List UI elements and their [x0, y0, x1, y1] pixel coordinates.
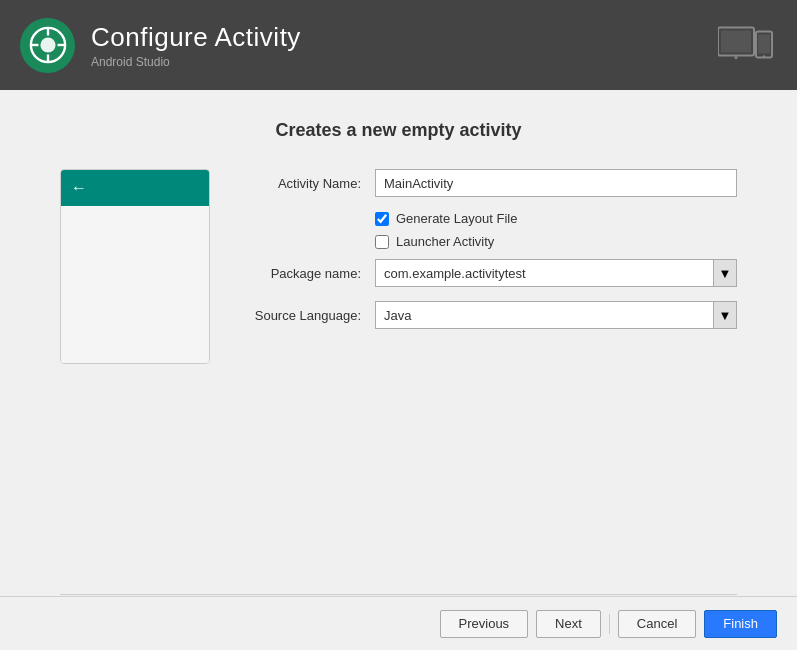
- svg-point-11: [763, 55, 765, 57]
- cancel-button[interactable]: Cancel: [618, 610, 696, 638]
- svg-point-8: [735, 56, 738, 59]
- svg-rect-7: [721, 31, 751, 53]
- package-name-row: Package name: com.example.activitytest ▼: [245, 259, 737, 287]
- generate-layout-row: Generate Layout File: [375, 211, 737, 226]
- device-icon: [718, 24, 773, 67]
- package-name-select-wrapper: com.example.activitytest ▼: [375, 259, 737, 287]
- source-language-select[interactable]: Java Kotlin: [375, 301, 737, 329]
- svg-point-1: [40, 37, 55, 52]
- launcher-activity-checkbox[interactable]: [375, 235, 389, 249]
- activity-name-input[interactable]: [375, 169, 737, 197]
- footer-divider: [609, 614, 610, 634]
- phone-nav-bar: ←: [61, 170, 209, 206]
- footer: Previous Next Cancel Finish: [0, 596, 797, 650]
- phone-preview: ←: [60, 169, 210, 364]
- next-button[interactable]: Next: [536, 610, 601, 638]
- package-name-select[interactable]: com.example.activitytest: [375, 259, 737, 287]
- page-title: Creates a new empty activity: [60, 120, 737, 141]
- finish-button[interactable]: Finish: [704, 610, 777, 638]
- app-logo: [20, 18, 75, 73]
- back-arrow-icon: ←: [71, 179, 87, 197]
- main-content: Creates a new empty activity ← Activity …: [0, 90, 797, 650]
- package-name-label: Package name:: [245, 266, 375, 281]
- header-text-block: Configure Activity Android Studio: [91, 22, 301, 69]
- app-subtitle: Android Studio: [91, 55, 301, 69]
- launcher-activity-row: Launcher Activity: [375, 234, 737, 249]
- form-panel: Activity Name: Generate Layout File Laun…: [245, 169, 737, 594]
- launcher-activity-label[interactable]: Launcher Activity: [396, 234, 494, 249]
- generate-layout-label[interactable]: Generate Layout File: [396, 211, 517, 226]
- preview-panel: ←: [60, 169, 215, 594]
- svg-rect-10: [758, 35, 770, 54]
- source-language-label: Source Language:: [245, 308, 375, 323]
- previous-button[interactable]: Previous: [440, 610, 529, 638]
- source-language-row: Source Language: Java Kotlin ▼: [245, 301, 737, 329]
- source-language-select-wrapper: Java Kotlin ▼: [375, 301, 737, 329]
- app-header: Configure Activity Android Studio: [0, 0, 797, 90]
- phone-content-area: [61, 206, 209, 363]
- activity-name-label: Activity Name:: [245, 176, 375, 191]
- generate-layout-checkbox[interactable]: [375, 212, 389, 226]
- content-area: ← Activity Name: Generate Layout File La…: [60, 169, 737, 594]
- app-title: Configure Activity: [91, 22, 301, 53]
- activity-name-row: Activity Name:: [245, 169, 737, 197]
